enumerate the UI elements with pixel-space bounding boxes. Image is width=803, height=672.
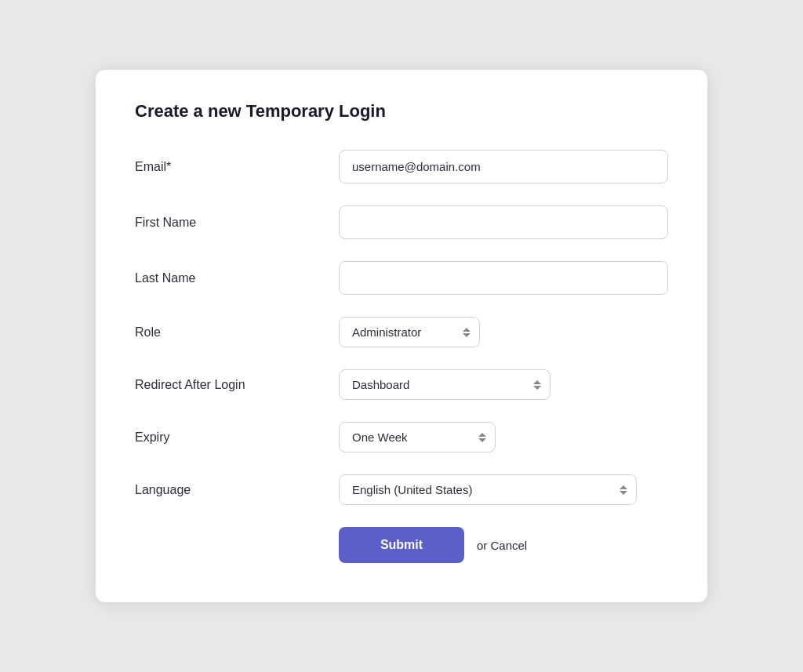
role-row: Role Administrator Editor Subscriber Con… [135, 317, 668, 347]
expiry-select-wrapper: One Week One Day One Month One Hour [339, 422, 496, 452]
redirect-row: Redirect After Login Dashboard Home Prof… [135, 369, 668, 400]
first-name-label: First Name [135, 216, 339, 230]
role-select-wrapper: Administrator Editor Subscriber Contribu… [339, 317, 480, 347]
form-actions: Submit or Cancel [135, 527, 668, 563]
modal-title: Create a new Temporary Login [135, 101, 668, 122]
redirect-select[interactable]: Dashboard Home Profile Admin Panel [339, 369, 550, 400]
redirect-select-wrapper: Dashboard Home Profile Admin Panel [339, 369, 550, 400]
expiry-select[interactable]: One Week One Day One Month One Hour [339, 422, 496, 452]
email-label: Email* [135, 160, 339, 174]
redirect-control: Dashboard Home Profile Admin Panel [339, 369, 668, 400]
role-control: Administrator Editor Subscriber Contribu… [339, 317, 668, 347]
language-label: Language [135, 483, 339, 497]
first-name-input[interactable] [339, 205, 668, 239]
language-select-wrapper: English (United States) English (UK) Spa… [339, 474, 637, 505]
last-name-control [339, 261, 668, 295]
expiry-row: Expiry One Week One Day One Month One Ho… [135, 422, 668, 452]
email-input[interactable] [339, 150, 668, 183]
first-name-control [339, 205, 668, 239]
email-control [339, 150, 668, 183]
expiry-label: Expiry [135, 430, 339, 445]
first-name-row: First Name [135, 205, 668, 239]
expiry-control: One Week One Day One Month One Hour [339, 422, 668, 452]
role-label: Role [135, 325, 339, 340]
role-select[interactable]: Administrator Editor Subscriber Contribu… [339, 317, 480, 347]
modal-container: Create a new Temporary Login Email* Firs… [96, 70, 707, 602]
language-select[interactable]: English (United States) English (UK) Spa… [339, 474, 637, 505]
language-control: English (United States) English (UK) Spa… [339, 474, 668, 505]
cancel-text: or Cancel [477, 539, 527, 552]
last-name-label: Last Name [135, 271, 339, 285]
language-row: Language English (United States) English… [135, 474, 668, 505]
submit-button[interactable]: Submit [339, 527, 464, 563]
email-row: Email* [135, 150, 668, 183]
last-name-row: Last Name [135, 261, 668, 295]
last-name-input[interactable] [339, 261, 668, 295]
redirect-label: Redirect After Login [135, 378, 339, 392]
